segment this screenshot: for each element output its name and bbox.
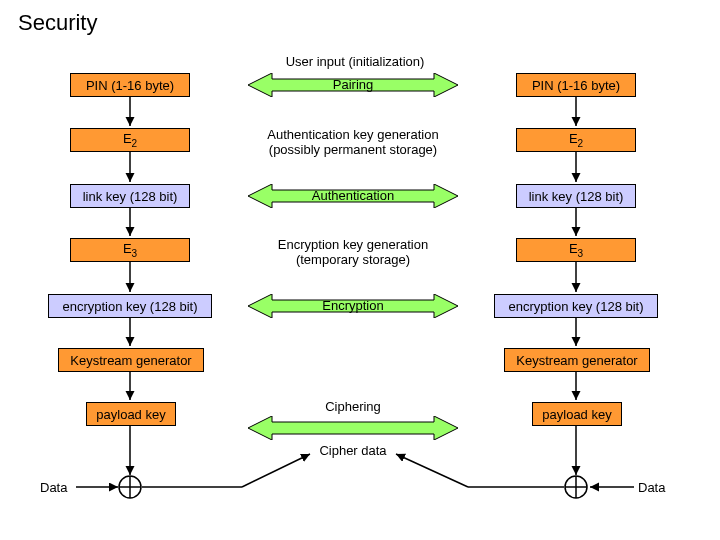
flow-arrows bbox=[0, 0, 720, 540]
